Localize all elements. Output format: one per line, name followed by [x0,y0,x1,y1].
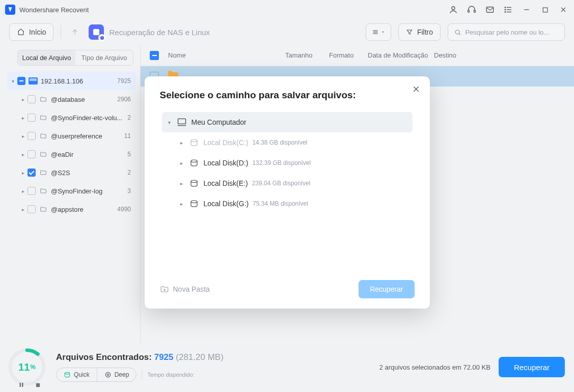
search-icon [454,29,461,36]
app-title: Wondershare Recoverit [19,6,89,14]
tab-file-location[interactable]: Local de Arquivo [18,50,75,65]
time-spent-label: Tempo dispendido: [147,372,194,378]
tree-item-count: 2 [127,169,131,176]
checkbox[interactable] [28,95,36,103]
tree-item-count: 5 [127,151,131,158]
search-box[interactable] [448,23,565,41]
chevron-right-icon: ▸ [19,207,26,212]
picker-disk[interactable]: ▸Local Disk(C:)14.38 GB disponível [162,132,413,153]
tree-item-label: @S2S [51,169,124,177]
picker-disk-label: Local Disk(D:) [204,159,249,167]
checkbox[interactable] [17,77,25,85]
disk-icon [188,138,200,147]
svg-point-35 [191,180,197,183]
scan-mode-toggle: Quick Deep [56,368,136,382]
close-button[interactable] [558,4,569,15]
tree-item[interactable]: ▸@appstore4990 [7,200,136,218]
checkbox[interactable] [28,187,36,195]
sidebar: Local de Arquivo Tipo de Arquivo ▾ 192.1… [0,45,140,343]
support-icon[interactable] [466,4,477,15]
svg-point-15 [100,36,104,40]
svg-point-7 [505,7,506,8]
deep-scan-option[interactable]: Deep [97,368,136,381]
tree-item-label: @database [51,96,114,103]
folder-icon [39,169,48,176]
svg-rect-14 [93,29,99,35]
svg-rect-23 [20,383,21,387]
menu-list-icon[interactable] [503,4,514,15]
tab-file-type[interactable]: Tipo de Arquivo [75,50,133,65]
maximize-button[interactable] [539,4,551,15]
tree-item-label: @userpreference [51,132,121,140]
tree-item-count: 2906 [117,96,131,103]
quick-scan-option[interactable]: Quick [57,368,97,381]
chevron-right-icon: ▸ [177,181,186,186]
chevron-right-icon: ▸ [19,115,26,121]
new-folder-button[interactable]: Nova Pasta [160,285,210,294]
filter-button[interactable]: Filtro [398,23,441,41]
chevron-right-icon: ▸ [19,188,26,194]
svg-rect-24 [22,383,23,387]
mail-icon[interactable] [484,4,496,15]
tree-item[interactable]: ▸@userpreference11 [7,127,136,145]
selection-info: 2 arquivos selecionados em 72.00 KB [379,363,490,371]
tree-item[interactable]: ▸@database2906 [7,90,136,108]
tree-item-label: @appstore [51,206,114,213]
svg-point-33 [191,139,197,142]
filter-icon [406,29,413,36]
modal-close-button[interactable] [411,83,422,95]
save-path-modal: Selecione o caminho para salvar arquivos… [145,76,430,309]
checkbox[interactable] [28,150,36,158]
new-folder-icon [160,285,169,294]
recover-button[interactable]: Recuperar [499,357,565,377]
picker-disk-label: Local Disk(E:) [204,179,248,187]
chevron-right-icon: ▸ [177,140,186,146]
col-size[interactable]: Tamanho [285,51,329,59]
tree-item[interactable]: ▸@S2S2 [7,163,136,182]
account-icon[interactable] [448,4,459,15]
context-label: Recuperação de NAS e Linux [109,28,210,37]
home-button[interactable]: Início [9,23,53,41]
progress-suffix: % [30,363,36,371]
up-button[interactable] [68,25,81,39]
svg-point-34 [191,160,197,162]
stop-button[interactable] [34,381,42,389]
picker-root[interactable]: ▾ Meu Computador [162,112,413,132]
files-found: Arquivos Encontrados: 7925 (281.20 MB) [56,352,379,362]
pause-button[interactable] [17,381,25,389]
search-input[interactable] [465,29,558,36]
view-options-button[interactable] [366,23,391,41]
col-modified[interactable]: Data de Modificação [368,51,434,59]
checkbox[interactable] [28,132,36,140]
tree-item-label: @SynoFinder-log [51,187,124,195]
col-name[interactable]: Nome [168,51,285,59]
folder-icon [39,132,48,139]
picker-disk[interactable]: ▸Local Disk(E:)239.04 GB disponível [162,173,413,193]
tree-item[interactable]: ▸@SynoFinder-log3 [7,182,136,200]
chevron-down-icon: ▾ [165,120,174,125]
filter-label: Filtro [417,28,433,36]
checkbox[interactable] [28,114,36,122]
home-icon [17,28,25,36]
path-picker: ▾ Meu Computador ▸Local Disk(C:)14.38 GB… [160,110,415,273]
checkbox[interactable] [28,169,36,177]
modal-title: Selecione o caminho para salvar arquivos… [160,90,415,101]
list-icon [372,29,379,36]
checkbox[interactable] [28,205,36,213]
tree-item-label: @SynoFinder-etc-volu... [51,114,124,122]
tree-root[interactable]: ▾ 192.168.1.106 7925 [7,72,136,90]
tree-item[interactable]: ▸@eaDir5 [7,145,136,163]
modal-recover-button[interactable]: Recuperar [359,280,414,298]
col-dest[interactable]: Destino [434,51,456,59]
svg-rect-11 [543,8,548,12]
chevron-right-icon: ▸ [19,97,26,102]
picker-disk[interactable]: ▸Local Disk(G:)75.34 MB disponível [162,193,413,214]
select-all-checkbox[interactable] [150,51,159,60]
divider [142,370,142,379]
svg-rect-2 [474,10,476,13]
col-format[interactable]: Formato [329,51,368,59]
minimize-button[interactable] [521,4,532,15]
picker-disk[interactable]: ▸Local Disk(D:)132.39 GB disponível [162,153,413,173]
brand: Wondershare Recoverit [5,5,89,15]
tree-item[interactable]: ▸@SynoFinder-etc-volu...2 [7,108,136,127]
